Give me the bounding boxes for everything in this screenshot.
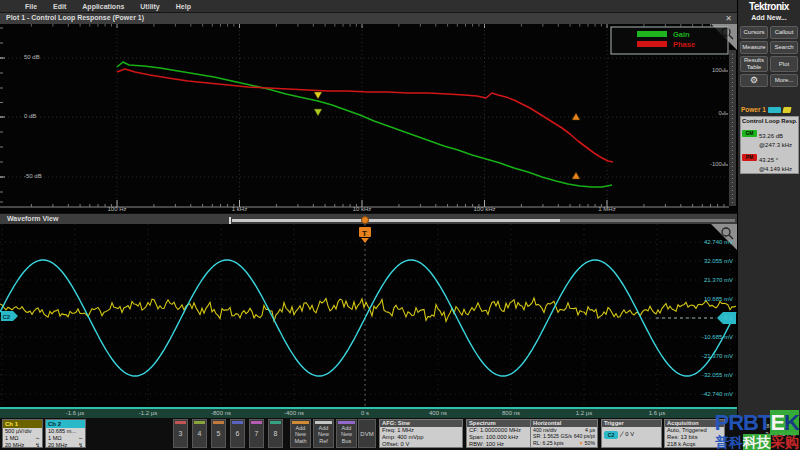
voltage-axis-label: -21.370 mV xyxy=(702,353,733,359)
power1-badge[interactable]: Power 1 xyxy=(741,106,791,113)
gain-axis-label: 0 dB xyxy=(24,113,36,119)
time-axis-label: 1.2 µs xyxy=(576,410,592,416)
phase-axis-label: -100 ° xyxy=(710,161,726,167)
svg-text:C2: C2 xyxy=(3,314,11,320)
menu-bar: FileEditApplicationsUtilityHelp xyxy=(0,0,737,12)
channel2-badge[interactable]: Ch 2 10.685 m... 1 MΩ∼ 20 MHz↯ xyxy=(45,419,86,448)
results-table-button[interactable]: Results Table xyxy=(740,56,768,72)
channel1-badge[interactable]: Ch 1 500 µV/div 1 MΩ∼ 20 MHz↯ xyxy=(2,419,43,448)
measure-button[interactable]: Measure xyxy=(740,41,768,54)
voltage-axis-label: 21.370 mV xyxy=(704,277,733,283)
voltage-axis-label: -42.740 mV xyxy=(702,391,733,397)
svg-text:T: T xyxy=(362,229,367,238)
menu-applications[interactable]: Applications xyxy=(82,3,124,10)
channel6-button[interactable]: 6 xyxy=(230,419,245,448)
channel2-impedance: 1 MΩ xyxy=(48,435,62,442)
svg-text:Gain: Gain xyxy=(673,30,690,39)
dvm-button[interactable]: DVM xyxy=(358,419,376,448)
more-button[interactable]: More... xyxy=(770,74,798,87)
plot1-title-bar[interactable]: Plot 1 - Control Loop Response (Power 1)… xyxy=(0,12,737,24)
channel1-impedance: 1 MΩ xyxy=(5,435,19,442)
horizontal-value-left: RL: 6.25 kpts xyxy=(533,440,564,446)
channel-button-label: 8 xyxy=(274,430,278,437)
frequency-axis-label: 1 kHz xyxy=(232,206,247,212)
trigger-level: 0 V xyxy=(625,431,634,438)
button-color-stripe xyxy=(338,421,355,424)
channel-buttons: 345678 xyxy=(173,419,283,448)
plot-button[interactable]: Plot xyxy=(770,56,798,72)
close-icon[interactable]: ✕ xyxy=(725,14,732,23)
measurement-marker-icon[interactable] xyxy=(314,109,322,116)
expansion-point-marker[interactable] xyxy=(361,216,369,224)
channel8-button[interactable]: 8 xyxy=(268,419,283,448)
cursors-button[interactable]: Cursors xyxy=(740,26,768,39)
horizontal-value-right: ▼50% xyxy=(579,440,595,446)
spectrum-line: RBW: 100 Hz xyxy=(469,441,534,448)
voltage-axis-label: 32.055 mV xyxy=(704,258,733,264)
waveform-area: C2T 42.740 mV32.055 mV21.370 mV10.685 mV… xyxy=(0,224,737,407)
svg-text:Phase: Phase xyxy=(673,40,695,49)
time-axis-label: -400 ns xyxy=(284,410,304,416)
time-axis-label: 800 ns xyxy=(502,410,520,416)
waveform-view-title-bar[interactable]: Waveform View xyxy=(0,213,737,224)
horizontal-badge[interactable]: Horizontal 400 ns/div4 µsSR: 1.5625 GS/s… xyxy=(530,419,598,448)
horizontal-scrollbar[interactable] xyxy=(232,219,735,222)
spectrum-title: Spectrum xyxy=(467,420,536,427)
measurement-marker-icon[interactable] xyxy=(572,113,580,120)
trigger-position-marker[interactable]: T xyxy=(359,227,371,243)
channel-color-stripe xyxy=(175,421,186,424)
rising-edge-icon: ∕ xyxy=(621,431,622,439)
menu-help[interactable]: Help xyxy=(176,3,191,10)
channel4-button[interactable]: 4 xyxy=(192,419,207,448)
measurement-marker-icon[interactable] xyxy=(314,92,322,99)
measurement-marker-icon[interactable] xyxy=(572,172,580,179)
oscilloscope-app: FileEditApplicationsUtilityHelp Plot 1 -… xyxy=(0,0,800,450)
measurement-chip-gm: GM xyxy=(742,130,757,137)
ch2-ground-badge[interactable]: C2 xyxy=(1,311,18,321)
voltage-axis-label: 0 V xyxy=(724,315,733,321)
trigger-title: Trigger xyxy=(602,420,661,427)
channel3-button[interactable]: 3 xyxy=(173,419,188,448)
menu-file[interactable]: File xyxy=(25,3,37,10)
horizontal-line: RL: 6.25 kpts▼50% xyxy=(533,440,595,446)
channel-button-label: 6 xyxy=(236,430,240,437)
plot-legend: GainPhase xyxy=(611,27,728,54)
add-button-label: AddNewBus xyxy=(337,425,356,444)
add-new-ref-button[interactable]: AddNewRef xyxy=(313,419,334,448)
channel1-bandwidth: 20 MHz xyxy=(5,442,24,449)
measurement-value: 53.26 dB xyxy=(759,133,783,139)
add-new-math-button[interactable]: AddNewMath xyxy=(290,419,311,448)
add-new-bus-button[interactable]: AddNewBus xyxy=(336,419,357,448)
channel-color-stripe xyxy=(270,421,281,424)
channel2-scale: 10.685 m... xyxy=(48,428,83,435)
channel5-button[interactable]: 5 xyxy=(211,419,226,448)
power-preview-yellow xyxy=(782,107,791,113)
gear-icon-button[interactable]: ⚙ xyxy=(740,74,768,87)
power1-label: Power 1 xyxy=(741,106,766,113)
expand-corner-icon[interactable] xyxy=(711,224,737,250)
menu-edit[interactable]: Edit xyxy=(53,3,66,10)
spectrum-line: CF: 1.0000000 MHz xyxy=(469,427,534,434)
menu-utility[interactable]: Utility xyxy=(140,3,159,10)
search-button[interactable]: Search xyxy=(770,41,798,54)
callout-button[interactable]: Callout xyxy=(770,26,798,39)
power-preview-cyan xyxy=(768,107,781,113)
time-axis-label: -1.6 µs xyxy=(66,410,84,416)
afg-line: Offset: 0 V xyxy=(382,441,460,448)
sidebar-buttons: CursorsCalloutMeasureSearchResults Table… xyxy=(740,26,798,87)
bode-plot-canvas: GainPhase xyxy=(0,24,737,213)
control-loop-results-badge[interactable]: Control Loop Resp... GM53.26 dB@247.3 kH… xyxy=(740,116,799,174)
time-axis-label: -800 ns xyxy=(211,410,231,416)
voltage-axis-label: -32.055 mV xyxy=(702,372,733,378)
channel7-button[interactable]: 7 xyxy=(249,419,264,448)
frequency-axis-label: 1 MHz xyxy=(598,206,615,212)
waveform-view-title: Waveform View xyxy=(7,215,58,222)
frequency-axis-label: 100 Hz xyxy=(107,206,126,212)
coupling-icon: ∼ xyxy=(35,435,40,442)
afg-badge[interactable]: AFG: Sine Freq: 1 MHzAmp: 400 mVppOffset… xyxy=(379,419,463,448)
add-button-label: AddNewRef xyxy=(314,425,333,444)
spectrum-badge[interactable]: Spectrum CF: 1.0000000 MHzSpan: 100.000 … xyxy=(466,419,537,448)
trigger-badge[interactable]: Trigger C2 ∕ 0 V xyxy=(601,419,662,448)
time-axis-label: -1.2 µs xyxy=(139,410,157,416)
trigger-source-chip: C2 xyxy=(604,431,618,439)
